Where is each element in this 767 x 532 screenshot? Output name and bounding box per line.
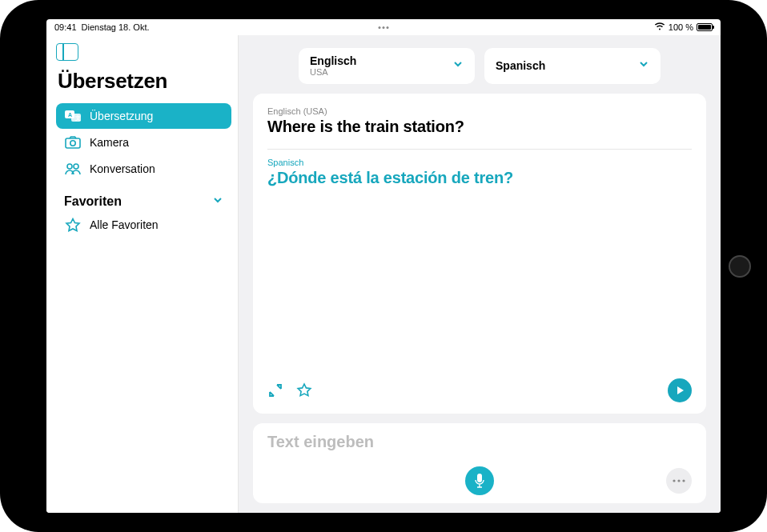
translate-icon: A文 <box>64 109 82 123</box>
sidebar-item-label: Alle Favoriten <box>90 218 159 231</box>
status-bar: 09:41 Dienstag 18. Okt. 100 % <box>46 19 721 35</box>
target-lang-tag: Spanisch <box>267 158 692 167</box>
chevron-down-icon <box>452 58 464 73</box>
text-input-placeholder: Text eingeben <box>267 433 692 451</box>
language-row: Englisch USA Spanisch <box>253 48 706 84</box>
source-text[interactable]: Where is the train station? <box>267 118 692 136</box>
chevron-down-icon <box>638 58 649 73</box>
status-date: Dienstag 18. Okt. <box>82 22 150 32</box>
multitasking-dots-icon[interactable] <box>379 26 389 29</box>
source-lang-name: Englisch <box>310 54 356 67</box>
svg-rect-8 <box>477 474 482 482</box>
sidebar-item-translation[interactable]: A文 Übersetzung <box>56 103 231 129</box>
sidebar-toggle-icon[interactable] <box>56 43 78 61</box>
card-actions <box>267 378 692 402</box>
microphone-button[interactable] <box>465 466 494 495</box>
svg-text:文: 文 <box>74 114 81 122</box>
battery-percent: 100 % <box>669 22 693 32</box>
battery-icon <box>697 23 713 31</box>
source-lang-tag: Englisch (USA) <box>267 106 692 116</box>
play-audio-button[interactable] <box>668 378 692 402</box>
svg-point-10 <box>677 479 680 482</box>
svg-point-11 <box>682 479 685 482</box>
source-language-selector[interactable]: Englisch USA <box>299 48 475 84</box>
svg-rect-4 <box>66 138 80 148</box>
ipad-frame: 09:41 Dienstag 18. Okt. 100 % Übersetzen <box>0 0 767 532</box>
svg-point-7 <box>74 164 78 169</box>
target-language-selector[interactable]: Spanisch <box>484 48 661 84</box>
app-title: Übersetzen <box>56 69 231 94</box>
text-input-card[interactable]: Text eingeben <box>253 423 706 503</box>
svg-point-5 <box>70 141 75 146</box>
conversation-icon <box>64 162 82 176</box>
home-button[interactable] <box>729 255 751 278</box>
sidebar-item-label: Konversation <box>90 162 155 175</box>
target-lang-name: Spanisch <box>496 59 545 72</box>
nav-list: A文 Übersetzung Kamera Kon <box>56 103 231 182</box>
more-options-button[interactable] <box>666 468 692 494</box>
sidebar-item-all-favorites[interactable]: Alle Favoriten <box>56 212 231 238</box>
status-time: 09:41 <box>54 22 77 32</box>
svg-point-9 <box>673 479 675 482</box>
screen: 09:41 Dienstag 18. Okt. 100 % Übersetzen <box>46 19 721 513</box>
favorites-section-header[interactable]: Favoriten <box>56 186 231 212</box>
sidebar-item-conversation[interactable]: Konversation <box>56 156 231 182</box>
sidebar-item-label: Übersetzung <box>90 110 153 122</box>
star-icon <box>64 218 82 232</box>
favorite-star-icon[interactable] <box>296 382 312 398</box>
source-lang-sub: USA <box>310 67 356 78</box>
favorites-list: Alle Favoriten <box>56 212 231 238</box>
translation-card: Englisch (USA) Where is the train statio… <box>253 94 706 414</box>
sidebar-item-label: Kamera <box>90 136 129 149</box>
target-text[interactable]: ¿Dónde está la estación de tren? <box>267 169 692 187</box>
divider <box>267 149 692 150</box>
camera-icon <box>64 135 82 150</box>
main-content: Englisch USA Spanisch <box>239 35 721 513</box>
svg-text:A: A <box>68 112 72 118</box>
favorites-label: Favoriten <box>64 194 122 209</box>
sidebar-item-camera[interactable]: Kamera <box>56 130 231 155</box>
sidebar: Übersetzen A文 Übersetzung Kamera <box>46 35 239 513</box>
wifi-icon <box>654 22 665 33</box>
expand-icon[interactable] <box>267 382 283 398</box>
svg-point-6 <box>67 164 72 169</box>
chevron-down-icon <box>212 194 223 209</box>
